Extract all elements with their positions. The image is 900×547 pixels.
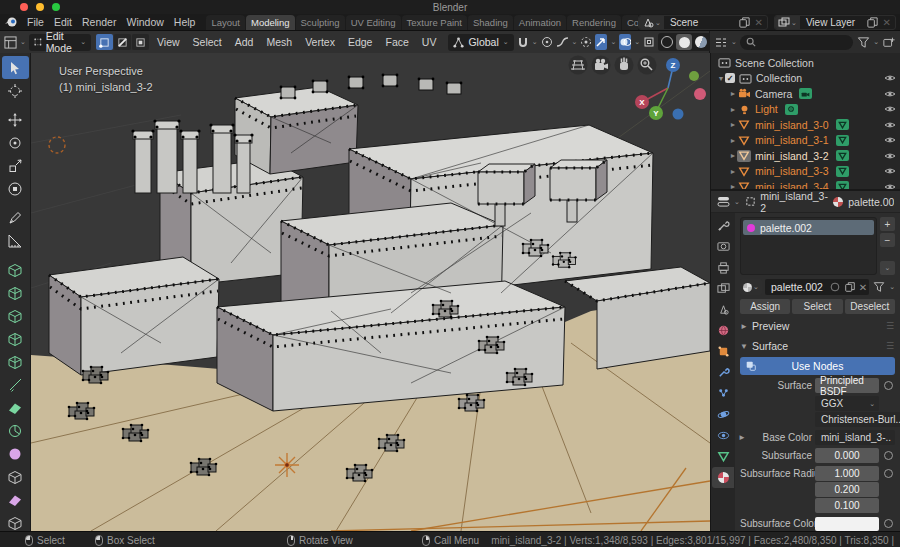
remove-view-layer-icon[interactable]: ✕ (881, 17, 895, 28)
deselect-button[interactable]: Deselect (845, 299, 895, 314)
menu-help[interactable]: Help (169, 14, 201, 30)
editor-type-icon[interactable] (4, 35, 17, 49)
expand-icon[interactable]: ► (729, 183, 737, 190)
tool-select-box[interactable] (2, 56, 29, 79)
eye-icon[interactable] (884, 105, 896, 113)
slot-specials-button[interactable]: ⌄ (880, 261, 895, 275)
tab-object-data[interactable] (712, 446, 734, 467)
mode-dropdown[interactable]: Edit Mode ⌄ (29, 34, 91, 51)
radius-z-slider[interactable]: 0.100 (815, 498, 879, 513)
remove-slot-button[interactable]: − (880, 233, 895, 247)
outliner-row-mini-island-3-3[interactable]: ► mini_island_3-3 (711, 164, 900, 180)
new-view-layer-icon[interactable] (864, 16, 881, 29)
mesh-data-badge[interactable] (836, 150, 849, 161)
mesh-data-badge[interactable] (836, 119, 849, 130)
expand-icon[interactable]: ► (729, 152, 737, 159)
menu-select[interactable]: Select (188, 36, 227, 48)
tab-modeling[interactable]: Modeling (246, 15, 295, 30)
tab-compositing[interactable]: Compositing (622, 15, 638, 30)
minimize-window-button[interactable] (36, 3, 44, 11)
eye-icon[interactable] (884, 167, 896, 175)
outliner-row-scene-collection[interactable]: Scene Collection (711, 55, 900, 71)
tab-particles[interactable] (712, 383, 734, 404)
add-slot-button[interactable]: + (880, 217, 895, 231)
subsurface-color-swatch[interactable] (815, 517, 879, 531)
use-nodes-button[interactable]: Use Nodes (740, 357, 895, 375)
expand-icon[interactable]: ► (729, 121, 737, 128)
tab-world[interactable] (712, 320, 734, 341)
menu-add[interactable]: Add (230, 36, 259, 48)
browse-material-button[interactable]: ⌄ (740, 279, 762, 295)
camera-data-badge[interactable] (799, 88, 812, 99)
eye-icon[interactable] (884, 136, 896, 144)
tab-animation[interactable]: Animation (514, 15, 566, 30)
view-layer-name[interactable]: View Layer (800, 17, 864, 28)
material-preview-icon[interactable] (695, 36, 707, 48)
tool-poly-build[interactable] (2, 396, 29, 419)
view-layer-icon[interactable]: ⌄ (775, 16, 800, 29)
subsurface-method-dropdown[interactable]: Christensen-Burl..⌄ (815, 412, 900, 427)
surface-section-header[interactable]: ▼ Surface ☰ (740, 338, 895, 354)
3d-viewport[interactable]: Z X Y User Perspective (1) mini_island_3… (31, 53, 710, 531)
tool-loop-cut[interactable] (2, 350, 29, 373)
tool-extrude-region[interactable] (2, 281, 29, 304)
transform-orientation-dropdown[interactable]: Global ⌄ (448, 34, 513, 51)
menu-file[interactable]: File (22, 14, 49, 30)
breadcrumb-material[interactable]: palette.002 (848, 196, 894, 208)
tab-texture-paint[interactable]: Texture Paint (402, 15, 467, 30)
proportional-editing-icon[interactable] (541, 34, 553, 50)
vertex-select-mode-button[interactable] (96, 34, 113, 50)
tab-output[interactable] (712, 257, 734, 278)
outliner-row-mini-island-3-1[interactable]: ► mini_island_3-1 (711, 133, 900, 149)
tab-scene[interactable] (712, 299, 734, 320)
tab-shading[interactable]: Shading (468, 15, 513, 30)
outliner-row-light[interactable]: ► Light (711, 102, 900, 118)
outliner-row-mini-island-3-2[interactable]: ► mini_island_3-2 (711, 148, 900, 164)
material-slot-item[interactable]: palette.002 (743, 220, 874, 235)
outliner-search-input[interactable] (740, 35, 853, 50)
scene-name[interactable]: Scene (664, 17, 736, 28)
tool-rotate[interactable] (2, 131, 29, 154)
preview-section-header[interactable]: ► Preview ☰ (740, 318, 895, 334)
menu-vertex[interactable]: Vertex (300, 36, 340, 48)
light-data-badge[interactable] (785, 104, 798, 115)
material-name-field[interactable]: palette.002 ✕ (765, 279, 869, 295)
menu-render[interactable]: Render (77, 14, 121, 30)
menu-mesh[interactable]: Mesh (261, 36, 297, 48)
blender-logo-icon[interactable] (0, 14, 22, 30)
assign-button[interactable]: Assign (740, 299, 790, 314)
animate-dot-icon[interactable] (884, 469, 893, 478)
eye-icon[interactable] (884, 121, 896, 129)
tab-physics[interactable] (712, 404, 734, 425)
outliner-row-collection[interactable]: ▼ ✓ Collection (711, 71, 900, 87)
tab-material[interactable] (712, 467, 734, 488)
material-slot-list[interactable]: palette.002 (740, 217, 877, 275)
tool-transform[interactable] (2, 177, 29, 200)
menu-face[interactable]: Face (380, 36, 413, 48)
radius-y-slider[interactable]: 0.200 (815, 482, 879, 497)
tab-object[interactable] (712, 341, 734, 362)
expand-icon[interactable]: ► (729, 137, 737, 144)
tool-annotate[interactable] (2, 206, 29, 229)
breadcrumb-object[interactable]: mini_island_3-2 (760, 190, 828, 214)
menu-window[interactable]: Window (121, 14, 168, 30)
close-window-button[interactable] (20, 3, 28, 11)
expand-icon[interactable]: ▼ (717, 75, 725, 82)
pivot-point-icon[interactable] (580, 34, 592, 50)
select-button[interactable]: Select (792, 299, 842, 314)
overlays-toggle-icon[interactable] (619, 34, 631, 50)
unlink-scene-icon[interactable]: ✕ (753, 17, 767, 28)
tab-rendering[interactable]: Rendering (567, 15, 621, 30)
tool-scale[interactable] (2, 154, 29, 177)
view-layer-selector[interactable]: ⌄ View Layer ✕ (774, 15, 896, 30)
animate-dot-icon[interactable] (884, 519, 893, 528)
tab-render[interactable] (712, 236, 734, 257)
tool-spin[interactable] (2, 419, 29, 442)
zoom-window-button[interactable] (52, 3, 60, 11)
tab-uv-editing[interactable]: UV Editing (346, 15, 401, 30)
tool-add-cube[interactable] (2, 258, 29, 281)
tool-cursor[interactable] (2, 79, 29, 102)
outliner-row-mini-island-3-0[interactable]: ► mini_island_3-0 (711, 117, 900, 133)
base-color-field[interactable]: mini_island_3-.. (815, 430, 895, 445)
snap-toggle-icon[interactable] (595, 34, 607, 50)
